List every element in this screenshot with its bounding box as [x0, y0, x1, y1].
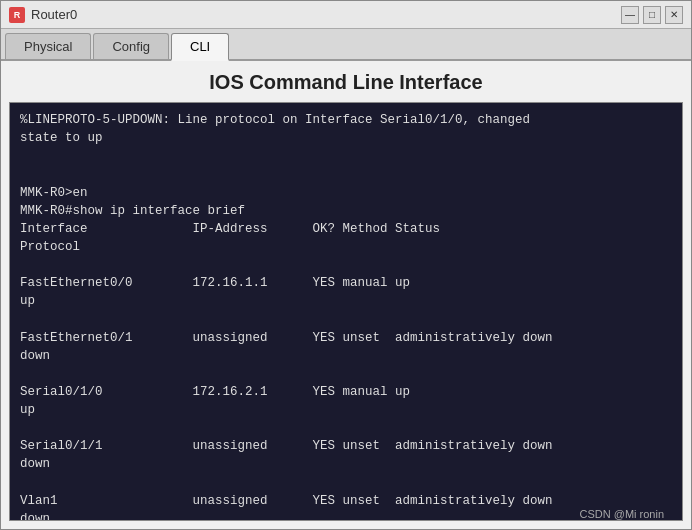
tab-config[interactable]: Config [93, 33, 169, 59]
minimize-button[interactable]: — [621, 6, 639, 24]
terminal-container: %LINEPROTO-5-UPDOWN: Line protocol on In… [1, 102, 691, 529]
app-icon: R [9, 7, 25, 23]
title-bar-left: R Router0 [9, 7, 77, 23]
maximize-button[interactable]: □ [643, 6, 661, 24]
terminal-output[interactable]: %LINEPROTO-5-UPDOWN: Line protocol on In… [9, 102, 683, 521]
watermark: CSDN @Mi ronin [579, 508, 664, 520]
close-button[interactable]: ✕ [665, 6, 683, 24]
title-bar: R Router0 — □ ✕ [1, 1, 691, 29]
tab-physical[interactable]: Physical [5, 33, 91, 59]
window-title: Router0 [31, 7, 77, 22]
tab-bar: Physical Config CLI [1, 29, 691, 61]
title-bar-controls: — □ ✕ [621, 6, 683, 24]
tab-cli[interactable]: CLI [171, 33, 229, 61]
router-window: R Router0 — □ ✕ Physical Config CLI IOS … [0, 0, 692, 530]
app-icon-label: R [14, 10, 21, 20]
page-title: IOS Command Line Interface [1, 61, 691, 102]
